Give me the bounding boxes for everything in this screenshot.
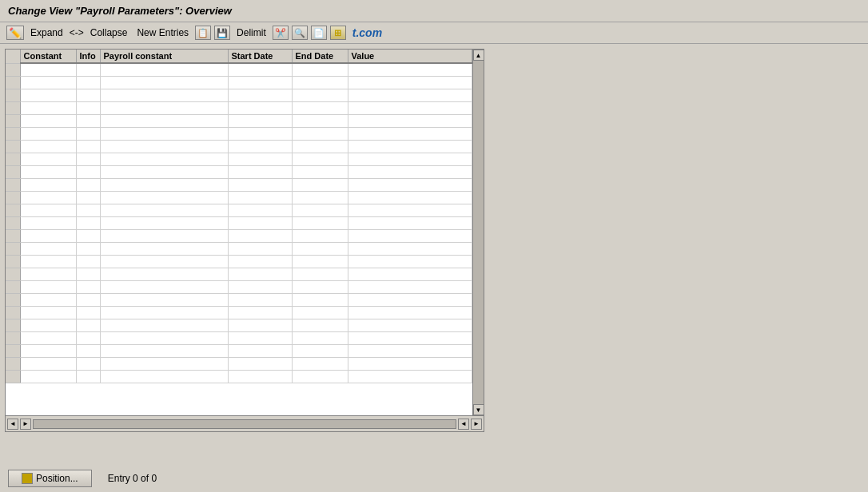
table-row[interactable] bbox=[6, 127, 472, 140]
scissors-icon[interactable]: ✂️ bbox=[273, 26, 289, 40]
table-row[interactable] bbox=[6, 63, 472, 76]
expand-button[interactable]: Expand bbox=[27, 26, 66, 40]
detail-icon[interactable]: 📄 bbox=[311, 26, 327, 40]
row-selector[interactable] bbox=[6, 204, 20, 216]
row-selector[interactable] bbox=[6, 331, 20, 344]
row-selector[interactable] bbox=[6, 306, 20, 319]
table-cell bbox=[228, 165, 292, 178]
row-selector[interactable] bbox=[6, 63, 20, 76]
table-cell bbox=[100, 357, 228, 370]
table-cell bbox=[100, 140, 228, 153]
scroll-up-btn[interactable]: ▲ bbox=[473, 50, 484, 61]
table-cell bbox=[100, 306, 228, 319]
table-cell bbox=[20, 140, 76, 153]
row-selector[interactable] bbox=[6, 268, 20, 280]
table-cell bbox=[76, 242, 100, 255]
copy-icon[interactable]: 📋 bbox=[195, 26, 211, 40]
table-row[interactable] bbox=[6, 344, 472, 357]
row-selector[interactable] bbox=[6, 357, 20, 370]
row-selector[interactable] bbox=[6, 101, 20, 114]
table-row[interactable] bbox=[6, 216, 472, 229]
delimit-button[interactable]: Delimit bbox=[233, 26, 269, 40]
row-selector[interactable] bbox=[6, 242, 20, 255]
table-row[interactable] bbox=[6, 76, 472, 89]
horizontal-scroll-bar[interactable]: ◄ ► ◄ ► bbox=[6, 415, 484, 431]
row-selector[interactable] bbox=[6, 89, 20, 101]
table-row[interactable] bbox=[6, 165, 472, 178]
browse-icon[interactable]: 🔍 bbox=[292, 26, 308, 40]
collapse-button[interactable]: Collapse bbox=[87, 26, 131, 40]
row-selector[interactable] bbox=[6, 293, 20, 306]
table-row[interactable] bbox=[6, 268, 472, 280]
table-cell bbox=[100, 344, 228, 357]
table-row[interactable] bbox=[6, 153, 472, 165]
table-cell bbox=[76, 268, 100, 280]
table-cell bbox=[348, 153, 472, 165]
h-scroll-right-btn2[interactable]: ► bbox=[20, 419, 31, 430]
table-row[interactable] bbox=[6, 370, 472, 383]
table-row[interactable] bbox=[6, 293, 472, 306]
table-row[interactable] bbox=[6, 140, 472, 153]
table-cell bbox=[228, 63, 292, 76]
position-button[interactable]: Position... bbox=[8, 470, 92, 487]
table-cell bbox=[100, 89, 228, 101]
row-selector[interactable] bbox=[6, 153, 20, 165]
table-row[interactable] bbox=[6, 101, 472, 114]
extra-icon[interactable]: ⊞ bbox=[330, 26, 346, 40]
row-selector[interactable] bbox=[6, 319, 20, 331]
table-row[interactable] bbox=[6, 89, 472, 101]
new-entries-button[interactable]: New Entries bbox=[133, 26, 192, 40]
table-row[interactable] bbox=[6, 357, 472, 370]
table-row[interactable] bbox=[6, 306, 472, 319]
row-selector[interactable] bbox=[6, 140, 20, 153]
table-cell bbox=[76, 140, 100, 153]
h-scroll-track[interactable] bbox=[33, 419, 456, 429]
table-row[interactable] bbox=[6, 242, 472, 255]
table-cell bbox=[348, 293, 472, 306]
table-cell bbox=[348, 204, 472, 216]
table-row[interactable] bbox=[6, 319, 472, 331]
expand-label: Expand bbox=[30, 27, 63, 38]
table-row[interactable] bbox=[6, 114, 472, 127]
table-cell bbox=[228, 216, 292, 229]
h-scroll-left-btn[interactable]: ◄ bbox=[7, 419, 18, 430]
scroll-down-btn[interactable]: ▼ bbox=[473, 404, 484, 415]
table-cell bbox=[76, 89, 100, 101]
table-cell bbox=[76, 101, 100, 114]
table-row[interactable] bbox=[6, 204, 472, 216]
table-row[interactable] bbox=[6, 255, 472, 268]
table-cell bbox=[348, 242, 472, 255]
table-cell bbox=[228, 178, 292, 191]
row-selector[interactable] bbox=[6, 127, 20, 140]
content-area: Constant Info Payroll constant Start Dat… bbox=[0, 44, 868, 465]
row-selector[interactable] bbox=[6, 344, 20, 357]
row-selector[interactable] bbox=[6, 191, 20, 204]
row-selector[interactable] bbox=[6, 229, 20, 242]
table-row[interactable] bbox=[6, 191, 472, 204]
table-cell bbox=[20, 357, 76, 370]
scroll-track-v[interactable] bbox=[473, 61, 484, 404]
table-cell bbox=[100, 370, 228, 383]
vertical-scrollbar[interactable]: ▲ ▼ bbox=[472, 50, 484, 415]
table-cell bbox=[228, 293, 292, 306]
row-selector[interactable] bbox=[6, 76, 20, 89]
row-selector[interactable] bbox=[6, 370, 20, 383]
row-selector[interactable] bbox=[6, 280, 20, 293]
save-icon[interactable]: 💾 bbox=[214, 26, 230, 40]
table-cell bbox=[292, 127, 348, 140]
row-selector[interactable] bbox=[6, 255, 20, 268]
table-row[interactable] bbox=[6, 280, 472, 293]
row-selector[interactable] bbox=[6, 178, 20, 191]
h-scroll-right-left-btn[interactable]: ◄ bbox=[458, 419, 469, 430]
table-row[interactable] bbox=[6, 178, 472, 191]
table-cell bbox=[348, 89, 472, 101]
row-selector[interactable] bbox=[6, 216, 20, 229]
table-cell bbox=[100, 255, 228, 268]
table-cell bbox=[76, 204, 100, 216]
edit-icon[interactable]: ✏️ bbox=[6, 26, 24, 40]
row-selector[interactable] bbox=[6, 165, 20, 178]
row-selector[interactable] bbox=[6, 114, 20, 127]
table-row[interactable] bbox=[6, 229, 472, 242]
table-row[interactable] bbox=[6, 331, 472, 344]
h-scroll-right-right-btn[interactable]: ► bbox=[471, 419, 482, 430]
